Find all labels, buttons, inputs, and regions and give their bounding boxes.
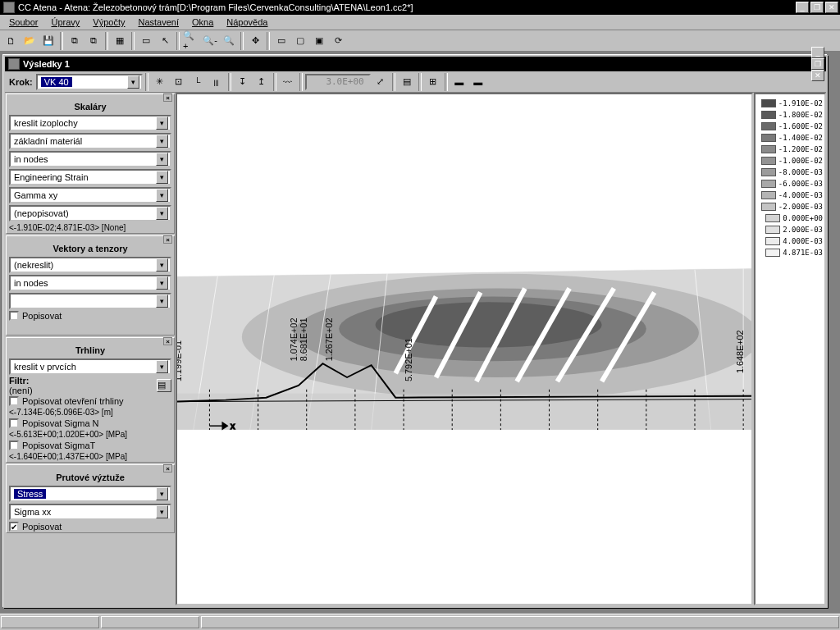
svg-text:1.074E+02: 1.074E+02 [289,318,299,362]
legend-swatch [761,168,776,176]
scale-up-icon[interactable]: ⤢ [372,73,390,91]
app-icon [3,2,15,13]
cursor-icon[interactable]: ↖ [156,32,174,50]
status-cell [1,616,99,628]
vektory-combo-1[interactable]: (nekreslit) [9,257,171,273]
chevron-down-icon[interactable] [156,207,168,220]
panel-skalary: × Skaláry kreslit izoplochy základní mat… [6,94,175,234]
save-file-icon[interactable]: 💾 [39,32,57,50]
mesh-icon[interactable]: ✳ [151,73,169,91]
menu-vypocty[interactable]: Výpočty [87,16,130,28]
chevron-down-icon[interactable] [156,505,168,518]
legend-row: -1.800E-02 [757,109,823,121]
menu-napoveda[interactable]: Nápověda [221,16,273,28]
results-titlebar: Výsledky 1 _ ❐ ✕ [5,57,826,71]
monitor2-icon[interactable]: ▬ [450,73,468,91]
monitor1-icon[interactable]: ⊞ [424,73,442,91]
skalary-combo-1[interactable]: kreslit izoplochy [9,115,171,131]
results-title: Výsledky 1 [23,59,811,69]
legend-value: -6.000E-03 [778,180,823,188]
legend-row: 0.000E+00 [757,212,823,224]
vektory-popisovat-checkbox[interactable]: Popisovat [7,310,174,322]
status-cell [101,616,199,628]
grid-icon[interactable]: ⊡ [170,73,188,91]
status-bar [0,614,840,630]
chevron-down-icon[interactable] [156,189,168,202]
skalary-combo-2[interactable]: základní materiál [9,133,171,149]
prutove-combo-1[interactable]: Stress [9,486,171,502]
menu-soubor[interactable]: Soubor [3,16,43,28]
step-label: Krok: [7,77,35,87]
new-file-icon[interactable]: 🗋 [2,32,20,50]
panel-vektory: × Vektory a tenzory (nekreslit) in nodes… [6,235,175,336]
chevron-down-icon[interactable] [156,135,168,148]
open-file-icon[interactable]: 📂 [21,32,39,50]
select-box-icon[interactable]: ▣ [310,32,328,50]
skalary-combo-4[interactable]: Engineering Strain [9,169,171,185]
copy-icon[interactable]: ⧉ [66,32,84,50]
vektory-combo-2[interactable]: in nodes [9,275,171,291]
refresh-icon[interactable]: ⟳ [329,32,347,50]
chevron-down-icon[interactable] [156,258,168,272]
select-rect-icon[interactable]: ▭ [272,32,290,50]
results-canvas[interactable]: x 1.199E-01 1.074E+02 8.681E+01 1.267E+0… [176,93,753,605]
paste-icon[interactable]: ⧉ [84,32,103,50]
legend-value: -1.800E-02 [778,111,823,119]
chevron-down-icon[interactable] [156,487,168,500]
legend-toggle-icon[interactable]: ▤ [398,73,416,91]
trhliny-range-2: <-5.613E+00;1.020E+00> [MPa] [7,429,174,440]
skalary-combo-3[interactable]: in nodes [9,151,171,167]
chevron-down-icon[interactable] [127,75,139,89]
skalary-combo-6[interactable]: (nepopisovat) [9,205,171,221]
wave-icon[interactable]: 〰 [279,73,297,91]
deform-plus-icon[interactable]: ↧ [234,73,252,91]
chevron-down-icon[interactable] [156,171,168,184]
run-icon[interactable]: ▦ [111,32,129,50]
menu-upravy[interactable]: Úpravy [45,16,85,28]
axes-icon[interactable]: └ [189,73,207,91]
inner-close-button[interactable]: ✕ [811,70,824,81]
chevron-down-icon[interactable] [156,360,168,373]
maximize-button[interactable]: ❐ [810,2,824,13]
window-icon[interactable]: ▭ [137,32,155,50]
monitor3-icon[interactable]: ▬ [469,73,487,91]
chevron-down-icon[interactable] [156,276,168,290]
legend-value: -1.400E-02 [778,134,823,142]
zoom-in-icon[interactable]: 🔍+ [182,32,200,50]
bars-icon[interactable]: ⫼ [208,73,226,91]
legend-value: -8.000E-03 [778,168,823,176]
legend-swatch [761,134,776,142]
legend-swatch [765,237,780,245]
menu-nastaveni[interactable]: Nastavení [132,16,185,28]
pan-icon[interactable]: ✥ [246,32,264,50]
legend-row: -1.600E-02 [757,121,823,132]
step-combo[interactable]: VK 40 [36,74,143,90]
chevron-down-icon[interactable] [156,116,168,130]
inner-maximize-button[interactable]: ❐ [811,58,824,70]
legend-value: 2.000E-03 [783,226,823,234]
menu-okna[interactable]: Okna [186,16,219,28]
zoom-fit-icon[interactable]: 🔍 [220,32,238,50]
skalary-combo-5[interactable]: Gamma xy [9,187,171,203]
svg-text:8.681E+01: 8.681E+01 [299,318,308,362]
minimize-button[interactable]: _ [796,2,809,13]
trhliny-chk-1[interactable]: Popisovat otevření trhliny [7,395,174,407]
legend-value: 0.000E+00 [783,214,823,222]
close-button[interactable]: ✕ [825,2,838,13]
zoom-out-icon[interactable]: 🔍- [201,32,219,50]
prutove-combo-2[interactable]: Sigma xx [9,504,171,520]
chevron-down-icon[interactable] [156,153,168,166]
legend-value: -1.200E-02 [778,145,823,153]
trhliny-chk-2[interactable]: Popisovat Sigma N [7,418,174,429]
prutove-popisovat-checkbox[interactable]: ✔Popisovat [7,521,174,532]
deform-minus-icon[interactable]: ↥ [253,73,271,91]
chevron-down-icon[interactable] [156,294,168,308]
select-window-icon[interactable]: ▢ [291,32,309,50]
trhliny-combo[interactable]: kreslit v prvcích [9,358,171,375]
inner-minimize-button[interactable]: _ [811,47,824,58]
trhliny-chk-3[interactable]: Popisovat SigmaT [7,440,174,451]
status-cell [201,616,839,628]
filtr-button[interactable]: ▤ [157,379,171,392]
vektory-combo-3[interactable] [9,293,171,309]
legend-swatch [761,111,776,119]
